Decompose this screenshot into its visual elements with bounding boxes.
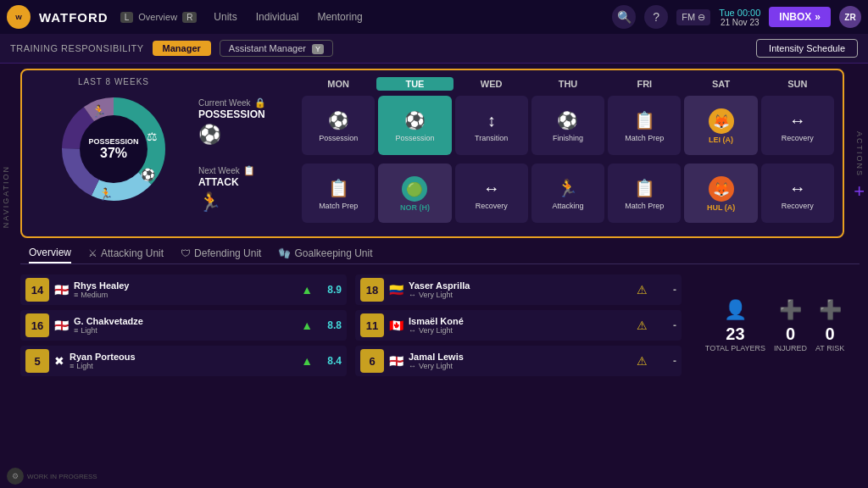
actions-panel: ACTIONS +: [854, 131, 865, 202]
svg-text:🏃: 🏃: [98, 187, 114, 202]
player-info: Yaser Asprilla ↔ Very Light: [409, 280, 632, 299]
top-bar: W WATFORD L Overview R Units Individual …: [0, 0, 868, 34]
nav-tab-mentoring[interactable]: Mentoring: [314, 9, 365, 25]
next-week-info: Next Week 📋 ATTACK 🏃: [198, 162, 300, 217]
tab-goalkeeping-unit[interactable]: 🧤 Goalkeeping Unit: [278, 247, 372, 263]
manager-button[interactable]: Manager: [153, 41, 211, 56]
next-week-row: Next Week 📋 ATTACK 🏃 📋 Match Prep 🟢 NOR …: [198, 162, 836, 225]
warning-icon: ⚠: [637, 319, 648, 332]
day-headers: MON TUE WED THU FRI SAT SUN: [198, 77, 836, 91]
list-item: 14 🏴󠁧󠁢󠁥󠁮󠁧󠁿 Rhys Healey ≡ Medium ▲ 8.9: [20, 274, 347, 305]
next-wed-cell[interactable]: ↔ Recovery: [455, 164, 528, 223]
list-item: 18 🇨🇴 Yaser Asprilla ↔ Very Light ⚠ -: [355, 274, 682, 305]
possession-ball-icon: ⚽: [198, 124, 293, 146]
stats-right: 👤 23 TOTAL PLAYERS ➕ 0 INJURED ➕ 0 AT RI…: [690, 274, 860, 376]
day-header-fri: FRI: [606, 77, 682, 91]
actions-plus-button[interactable]: +: [854, 180, 865, 202]
current-fri-cell[interactable]: 📋 Match Prep: [608, 96, 681, 155]
at-risk-label: AT RISK: [815, 344, 844, 352]
actions-label: ACTIONS: [855, 131, 864, 177]
svg-text:⚽: ⚽: [141, 168, 156, 182]
day-header-wed: WED: [453, 77, 530, 91]
search-button[interactable]: 🔍: [612, 5, 636, 29]
tr-label: TRAINING RESPONSIBILITY: [10, 43, 144, 53]
injured-num: 0: [774, 324, 807, 344]
player-flag: 🇨🇦: [389, 319, 403, 332]
list-item: 6 🏴󠁧󠁢󠁥󠁮󠁧󠁿 Jamal Lewis ↔ Very Light ⚠ -: [355, 346, 682, 376]
current-sun-cell[interactable]: ↔ Recovery: [761, 96, 834, 155]
player-flag: 🏴󠁧󠁢󠁥󠁮󠁧󠁿: [389, 354, 403, 368]
player-info: G. Chakvetadze ≡ Light: [74, 316, 296, 335]
next-mon-cell[interactable]: 📋 Match Prep: [302, 164, 375, 223]
player-info: Ismaël Koné ↔ Very Light: [409, 316, 632, 335]
list-item: 5 ✖ Ryan Porteous ≡ Light ▲ 8.4: [20, 346, 347, 376]
current-tue-cell[interactable]: ⚽ Possession: [378, 96, 451, 155]
day-header-thu: THU: [530, 77, 606, 91]
list-item: 16 🏴󠁧󠁢󠁥󠁮󠁧󠁿 G. Chakvetadze ≡ Light ▲ 8.8: [20, 310, 347, 341]
last8-title: LAST 8 WEEKS: [78, 77, 149, 86]
help-button[interactable]: ?: [644, 5, 668, 29]
player-number: 14: [25, 278, 49, 302]
injured-icon: ➕: [774, 299, 807, 321]
next-fri-cell[interactable]: 📋 Match Prep: [608, 164, 681, 223]
lei-match-icon: 🦊: [709, 108, 734, 134]
tab-defending-unit[interactable]: 🛡 Defending Unit: [181, 247, 261, 263]
nav-tab-individual[interactable]: Individual: [253, 9, 303, 25]
intensity-schedule-button[interactable]: Intensity Schedule: [756, 39, 858, 58]
player-flag: 🇨🇴: [389, 283, 403, 297]
schedule-box: LAST 8 WEEKS 🏃 ⚖ ⚽: [20, 69, 844, 238]
squad-l-badge: L: [120, 12, 134, 23]
tabs-row: Overview ⚔ Attacking Unit 🛡 Defending Un…: [20, 243, 860, 264]
next-sun-cell[interactable]: ↔ Recovery: [761, 164, 834, 223]
injured-label: INJURED: [774, 344, 807, 352]
trend-icon: ▲: [301, 319, 313, 332]
at-risk-stat: ➕ 0 AT RISK: [815, 299, 844, 352]
current-wed-cell[interactable]: ↕ Transition: [455, 96, 528, 155]
players-section: 14 🏴󠁧󠁢󠁥󠁮󠁧󠁿 Rhys Healey ≡ Medium ▲ 8.9 16…: [20, 269, 860, 381]
player-info: Rhys Healey ≡ Medium: [74, 280, 296, 299]
current-thu-cell[interactable]: ⚽ Finishing: [531, 96, 604, 155]
nav-tab-units[interactable]: Units: [210, 9, 240, 25]
current-mon-cell[interactable]: ⚽ Possession: [302, 96, 375, 155]
fm-badge: FM ⊖: [676, 9, 710, 25]
club-name: WATFORD: [39, 10, 108, 25]
total-players-stat: 👤 23 TOTAL PLAYERS: [705, 299, 765, 352]
tab-overview[interactable]: Overview: [29, 247, 71, 263]
tab-attacking-unit[interactable]: ⚔ Attacking Unit: [88, 247, 164, 263]
next-thu-cell[interactable]: 🏃 Attacking: [531, 164, 604, 223]
user-avatar[interactable]: ZR: [839, 6, 861, 28]
player-number: 5: [25, 349, 49, 373]
current-sat-cell[interactable]: 🦊 LEI (A): [684, 96, 757, 155]
warning-icon: ⚠: [637, 354, 648, 368]
assistant-manager-button[interactable]: Assistant Manager Y: [220, 40, 333, 57]
player-flag: 🏴󠁧󠁢󠁥󠁮󠁧󠁿: [54, 283, 69, 297]
nav-overview[interactable]: Overview: [138, 12, 177, 22]
inbox-button[interactable]: INBOX »: [769, 7, 831, 27]
total-players-icon: 👤: [705, 299, 765, 321]
next-tue-cell[interactable]: 🟢 NOR (H): [378, 164, 451, 223]
injured-stat: ➕ 0 INJURED: [774, 299, 807, 352]
warning-icon: ⚠: [637, 283, 648, 297]
next-sat-cell[interactable]: 🦊 HUL (A): [684, 164, 757, 223]
main-content: NAVIGATION LAST 8 WEEKS: [0, 64, 868, 386]
at-risk-num: 0: [815, 324, 844, 344]
trend-icon: ▲: [301, 354, 313, 368]
copy-icon: 📋: [243, 165, 255, 176]
total-players-label: TOTAL PLAYERS: [705, 344, 765, 352]
day-header-sun: SUN: [760, 77, 836, 91]
work-in-progress: ⚙ WORK IN PROGRESS: [7, 468, 97, 485]
players-col-right: 18 🇨🇴 Yaser Asprilla ↔ Very Light ⚠ - 11…: [355, 274, 682, 376]
player-number: 16: [25, 313, 49, 337]
player-load: -: [653, 319, 676, 331]
svg-text:⚖: ⚖: [147, 130, 158, 143]
nav-tabs: Units Individual Mentoring: [210, 9, 365, 25]
player-info: Ryan Porteous ≡ Light: [70, 352, 296, 370]
attack-icon: 🏃: [198, 191, 293, 214]
asst-key-badge: Y: [312, 44, 324, 54]
top-right: 🔍 ? FM ⊖ Tue 00:00 21 Nov 23 INBOX » ZR: [612, 5, 861, 29]
player-load: -: [653, 284, 676, 296]
navigation-label: NAVIGATION: [2, 165, 10, 228]
wip-badge: ⚙: [7, 468, 24, 485]
training-responsibility-bar: TRAINING RESPONSIBILITY Manager Assistan…: [0, 34, 868, 64]
list-item: 11 🇨🇦 Ismaël Koné ↔ Very Light ⚠ -: [355, 310, 682, 341]
